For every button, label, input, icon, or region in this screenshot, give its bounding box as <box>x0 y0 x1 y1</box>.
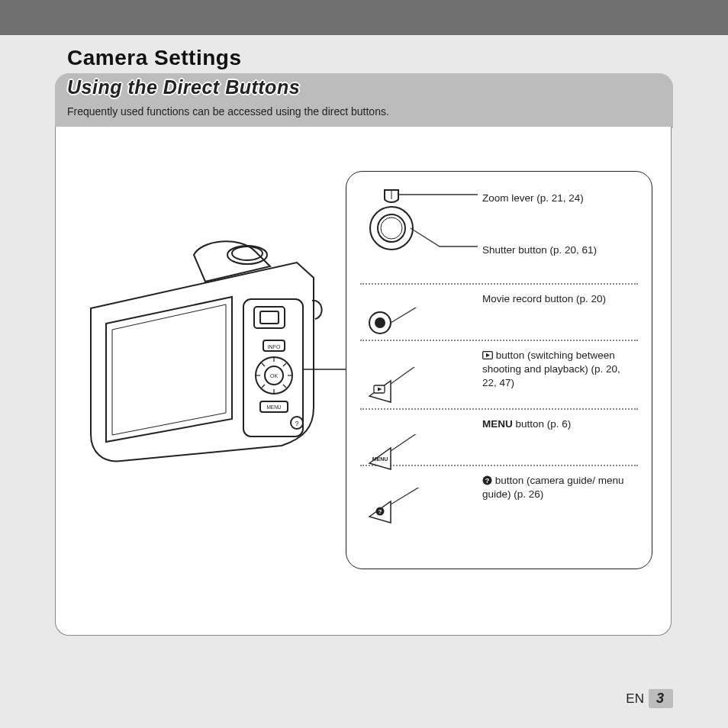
intro-text: Frequently used functions can be accesse… <box>67 105 389 118</box>
svg-point-0 <box>227 246 267 264</box>
svg-point-33 <box>375 318 385 327</box>
svg-marker-25 <box>486 353 490 357</box>
movie-button-label: Movie record button (p. 20) <box>482 292 606 306</box>
language-label: EN <box>626 691 644 707</box>
svg-text:MENU: MENU <box>372 456 388 462</box>
callout-playback-button: button (switching between shooting and p… <box>482 349 635 391</box>
zoom-lever-label: Zoom lever (p. 21, 24) <box>482 192 584 205</box>
content-box: INFO OK MENU <box>55 127 672 636</box>
svg-point-29 <box>370 207 413 250</box>
svg-rect-4 <box>260 311 279 324</box>
svg-line-16 <box>262 385 265 388</box>
callout-guide-button: ? button (camera guide/ menu guide) (p. … <box>482 474 635 501</box>
svg-point-31 <box>381 217 402 239</box>
callout-movie-button: Movie record button (p. 20) <box>482 292 606 306</box>
svg-rect-3 <box>254 307 285 328</box>
playback-button-label: button (switching between shooting and p… <box>482 349 635 391</box>
playback-icon <box>482 351 493 359</box>
top-bar <box>0 0 728 35</box>
divider <box>360 283 638 285</box>
camera-illustration: INFO OK MENU <box>68 209 343 484</box>
svg-line-15 <box>283 363 286 366</box>
callout-panel: Zoom lever (p. 21, 24) Shutter button (p… <box>346 171 652 569</box>
svg-text:?: ? <box>295 420 298 427</box>
svg-point-30 <box>378 214 405 242</box>
svg-rect-2 <box>243 299 303 436</box>
subtitle: Using the Direct Buttons <box>67 76 300 98</box>
svg-text:OK: OK <box>270 373 278 378</box>
page-footer: EN 3 <box>626 689 673 708</box>
svg-line-17 <box>283 385 286 388</box>
callout-zoom-lever: Zoom lever (p. 21, 24) <box>482 192 584 205</box>
callout-shutter-button: Shutter button (p. 20, 61) <box>482 243 597 257</box>
zoom-shutter-icon <box>356 184 485 275</box>
svg-text:?: ? <box>378 508 382 515</box>
guide-button-icon: ? <box>365 488 487 533</box>
menu-button-label: MENU button (p. 6) <box>482 417 571 431</box>
svg-text:MENU: MENU <box>266 404 281 410</box>
svg-text:INFO: INFO <box>268 344 281 350</box>
page-title: Camera Settings <box>67 46 241 70</box>
menu-button-icon: MENU <box>365 434 487 480</box>
movie-record-icon <box>365 308 487 346</box>
shutter-button-label: Shutter button (p. 20, 61) <box>482 243 597 257</box>
guide-button-label: ? button (camera guide/ menu guide) (p. … <box>482 474 635 501</box>
svg-line-14 <box>262 363 265 366</box>
page-number: 3 <box>649 689 673 708</box>
playback-button-icon <box>365 367 487 413</box>
callout-menu-button: MENU button (p. 6) <box>482 417 571 431</box>
